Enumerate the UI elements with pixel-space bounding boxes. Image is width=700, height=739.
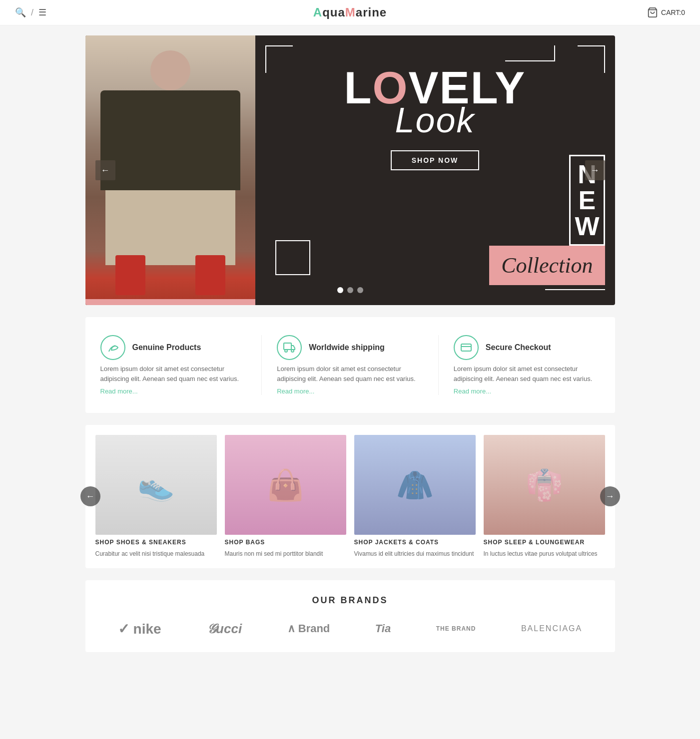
leaf-icon bbox=[107, 342, 119, 354]
hero-collection-box: Collection bbox=[489, 246, 605, 285]
shoes-icon: 👟 bbox=[137, 467, 175, 503]
category-shoes: 👟 SHOP SHOES & SNEAKERS Curabitur ac vel… bbox=[95, 435, 217, 558]
shoes-image[interactable]: 👟 bbox=[95, 435, 217, 535]
genuine-read-more[interactable]: Read more... bbox=[100, 387, 247, 395]
cart-icon bbox=[647, 7, 658, 18]
hero-prev-button[interactable]: ← bbox=[95, 160, 115, 180]
hero-W: W bbox=[575, 213, 599, 239]
genuine-desc: Lorem ipsum dolor sit amet est consectet… bbox=[100, 364, 247, 383]
menu-button[interactable]: ☰ bbox=[38, 7, 46, 18]
svg-point-2 bbox=[285, 350, 287, 352]
feature-shipping-header: Worldwide shipping bbox=[277, 335, 423, 360]
shoes-name: SHOP SHOES & SNEAKERS bbox=[95, 539, 217, 546]
paypal-icon bbox=[460, 342, 472, 354]
brand-nike[interactable]: ✓ nike bbox=[118, 621, 161, 637]
shipping-read-more[interactable]: Read more... bbox=[277, 387, 423, 395]
main-content: L O VELY Look SHOP NOW N E W bbox=[85, 25, 615, 662]
hero-bottom-block: N E W Collection bbox=[255, 155, 615, 285]
jackets-image[interactable]: 🧥 bbox=[354, 435, 476, 535]
brands-section: OUR BRANDS ✓ nike 𝒢ucci ∧ Brand Tia THE … bbox=[85, 580, 615, 652]
loungewear-name: SHOP SLEEP & LOUNGEWEAR bbox=[484, 539, 605, 546]
feature-checkout-header: Secure Checkout bbox=[454, 335, 600, 360]
shoes-desc: Curabitur ac velit nisi tristique malesu… bbox=[95, 550, 217, 558]
hero-text-area: L O VELY Look SHOP NOW N E W bbox=[255, 35, 615, 305]
checkout-icon-circle bbox=[454, 335, 479, 360]
brand-tia[interactable]: Tia bbox=[375, 622, 391, 635]
categories-next-button[interactable]: → bbox=[600, 486, 620, 506]
truck-icon bbox=[283, 342, 295, 354]
loungewear-image[interactable]: 👘 bbox=[484, 435, 605, 535]
search-button[interactable]: 🔍 bbox=[15, 7, 26, 18]
deco-line-v-tr bbox=[554, 45, 555, 61]
categories-prev-button[interactable]: ← bbox=[80, 486, 100, 506]
deco-corner-tr bbox=[578, 45, 605, 73]
category-bags: 👜 SHOP BAGS Mauris non mi sed mi porttit… bbox=[225, 435, 346, 558]
model-boots-right bbox=[195, 255, 225, 295]
hero-collection-text: Collection bbox=[501, 253, 593, 278]
cart-button[interactable]: CART:0 bbox=[647, 7, 685, 18]
hero-pink-accent bbox=[85, 299, 255, 305]
category-loungewear: 👘 SHOP SLEEP & LOUNGEWEAR In luctus lect… bbox=[484, 435, 605, 558]
categories-section: ← 👟 SHOP SHOES & SNEAKERS Curabitur ac v… bbox=[85, 425, 615, 568]
svg-rect-4 bbox=[461, 344, 471, 351]
bags-desc: Mauris non mi sed mi porttitor blandit bbox=[225, 550, 346, 558]
model-torso bbox=[100, 90, 240, 190]
header-divider: / bbox=[31, 7, 33, 18]
header-left: 🔍 / ☰ bbox=[15, 7, 46, 18]
brand-balenciaga[interactable]: BALENCIAGA bbox=[521, 624, 582, 633]
hero-dot-1[interactable] bbox=[337, 287, 343, 293]
checkout-desc: Lorem ipsum dolor sit amet est consectet… bbox=[454, 364, 600, 383]
checkout-read-more[interactable]: Read more... bbox=[454, 387, 600, 395]
feature-divider-2 bbox=[438, 335, 439, 395]
hero-text-L: L bbox=[344, 65, 373, 110]
loungewear-icon: 👘 bbox=[526, 467, 563, 503]
header: 🔍 / ☰ AquaMarine CART:0 bbox=[0, 0, 700, 25]
header-right: CART:0 bbox=[647, 7, 685, 18]
category-jackets: 🧥 SHOP JACKETS & COATS Vivamus id elit u… bbox=[354, 435, 476, 558]
shipping-desc: Lorem ipsum dolor sit amet est consectet… bbox=[277, 364, 423, 383]
feature-genuine: Genuine Products Lorem ipsum dolor sit a… bbox=[100, 335, 247, 395]
feature-checkout: Secure Checkout Lorem ipsum dolor sit am… bbox=[454, 335, 600, 395]
bags-image[interactable]: 👜 bbox=[225, 435, 346, 535]
logo-qua: qua bbox=[322, 5, 345, 19]
hero-banner: L O VELY Look SHOP NOW N E W bbox=[85, 35, 615, 305]
genuine-icon-circle bbox=[100, 335, 125, 360]
brand-gucci[interactable]: 𝒢ucci bbox=[206, 621, 242, 637]
jackets-icon: 🧥 bbox=[396, 467, 434, 503]
genuine-title: Genuine Products bbox=[132, 343, 201, 352]
categories-grid: 👟 SHOP SHOES & SNEAKERS Curabitur ac vel… bbox=[95, 435, 605, 558]
model-boots-left bbox=[115, 255, 145, 295]
bags-icon: 👜 bbox=[267, 467, 304, 503]
svg-point-3 bbox=[291, 350, 294, 352]
feature-genuine-header: Genuine Products bbox=[100, 335, 247, 360]
features-section: Genuine Products Lorem ipsum dolor sit a… bbox=[85, 317, 615, 413]
logo-m: M bbox=[345, 5, 356, 19]
svg-rect-1 bbox=[284, 343, 291, 350]
hero-next-button[interactable]: → bbox=[585, 160, 605, 180]
model-legs bbox=[105, 190, 235, 265]
bags-name: SHOP BAGS bbox=[225, 539, 346, 546]
cart-label: CART:0 bbox=[661, 8, 685, 16]
brand-chevron[interactable]: ∧ Brand bbox=[287, 622, 330, 635]
jackets-name: SHOP JACKETS & COATS bbox=[354, 539, 476, 546]
feature-divider-1 bbox=[261, 335, 262, 395]
brands-grid: ✓ nike 𝒢ucci ∧ Brand Tia THE BRAND BALEN… bbox=[100, 621, 600, 637]
brand-unknown[interactable]: THE BRAND bbox=[436, 625, 476, 632]
shipping-title: Worldwide shipping bbox=[309, 343, 385, 352]
brands-title: OUR BRANDS bbox=[100, 595, 600, 606]
loungewear-desc: In luctus lectus vitae purus volutpat ul… bbox=[484, 550, 605, 558]
shipping-icon-circle bbox=[277, 335, 302, 360]
model-head bbox=[150, 50, 190, 90]
deco-line-h-tr bbox=[505, 60, 555, 61]
deco-line-h-br bbox=[545, 289, 605, 290]
feature-shipping: Worldwide shipping Lorem ipsum dolor sit… bbox=[277, 335, 423, 395]
site-logo[interactable]: AquaMarine bbox=[313, 5, 387, 19]
logo-arine: arine bbox=[356, 5, 387, 19]
hero-dot-2[interactable] bbox=[347, 287, 353, 293]
hero-look-text: Look bbox=[395, 100, 475, 140]
hero-dot-3[interactable] bbox=[357, 287, 363, 293]
hero-pagination-dots bbox=[337, 287, 363, 293]
jackets-desc: Vivamus id elit ultricies dui maximus ti… bbox=[354, 550, 476, 558]
logo-a: A bbox=[313, 5, 322, 19]
deco-corner-tl bbox=[265, 45, 293, 73]
